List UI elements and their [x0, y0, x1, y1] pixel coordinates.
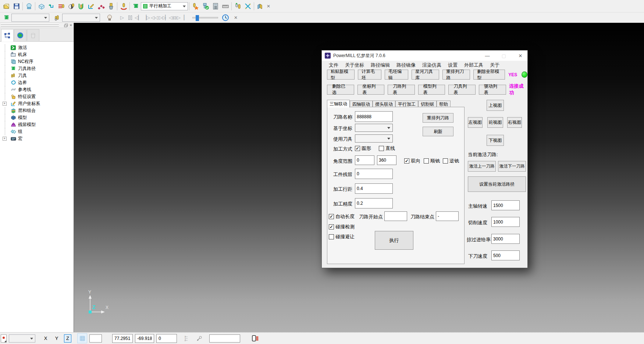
view-right-button[interactable]: 右视图: [507, 117, 522, 128]
component-library-icon[interactable]: [255, 1, 265, 11]
play-button[interactable]: [118, 14, 126, 22]
block-edit-button[interactable]: 毛坯编辑: [385, 70, 408, 80]
calc-block-button[interactable]: 计算毛坯: [358, 70, 381, 80]
axis-x-button[interactable]: X: [42, 334, 49, 343]
plunge-speed-input[interactable]: [491, 250, 520, 260]
tool-list-button[interactable]: 刀具列表: [448, 85, 476, 95]
toolpath-ribbon-icon[interactable]: [1, 13, 11, 22]
end-point-input[interactable]: [436, 211, 459, 221]
tree-item-stock-models[interactable]: 残留模型: [2, 121, 74, 128]
probe-point-indicator[interactable]: [1, 334, 7, 343]
tree-item-activate[interactable]: 激活: [2, 44, 74, 51]
rearrange-button[interactable]: 重排列刀路: [423, 113, 453, 123]
tree-item-feature-sets[interactable]: 特征设置: [2, 93, 74, 100]
set-active-path-button[interactable]: 设置当前激活路径: [468, 176, 526, 192]
start-point-input[interactable]: [384, 211, 407, 221]
menu-path-edit[interactable]: 路径编辑: [367, 62, 393, 69]
go-to-end-button[interactable]: [175, 14, 183, 22]
calculator-icon[interactable]: [210, 1, 220, 11]
panel-close-icon[interactable]: ✕: [70, 23, 72, 27]
sim-tool-combobox[interactable]: [62, 14, 100, 22]
menu-external-tools[interactable]: 外部工具: [461, 62, 487, 69]
auto-length-checkbox[interactable]: 自动长度: [329, 213, 355, 220]
tab-explorer[interactable]: [1, 29, 14, 42]
rapid-feed-input[interactable]: [491, 234, 520, 244]
step-forward-button[interactable]: [142, 14, 150, 22]
axis-z-button[interactable]: Z: [64, 334, 71, 343]
tool-library-button[interactable]: 星河刀具库: [412, 70, 439, 80]
clipboard-flip-icon[interactable]: [250, 333, 260, 343]
sim-toolbar-close-icon[interactable]: [232, 14, 239, 21]
sim-toolpath-combobox[interactable]: [11, 14, 49, 22]
menu-path-mirror[interactable]: 路径镜像: [393, 62, 419, 69]
toolpath-name-input[interactable]: [355, 111, 393, 122]
view-left-button[interactable]: 左视图: [468, 117, 483, 128]
menu-about[interactable]: 关于: [487, 62, 503, 69]
toolpath-strategy-combobox[interactable]: 平行精加工: [141, 2, 188, 10]
tree-item-workplanes[interactable]: +用户坐标系: [2, 100, 74, 107]
tool-holder-icon[interactable]: [106, 1, 116, 11]
tree-item-nc-program[interactable]: NC程序: [2, 58, 74, 65]
delete-all-models-button[interactable]: 删除全部模型: [473, 70, 505, 80]
stepover-input[interactable]: [355, 183, 393, 194]
ruler-icon[interactable]: [220, 1, 230, 11]
expander-icon[interactable]: +: [3, 102, 7, 106]
expander-icon[interactable]: +: [3, 137, 7, 141]
xyz-readout-icon[interactable]: X—Y—Z—: [182, 333, 192, 343]
menu-settings[interactable]: 设置: [445, 62, 461, 69]
sim-tool-icon[interactable]: [52, 13, 62, 22]
close-button[interactable]: ✕: [513, 50, 527, 61]
climb-checkbox[interactable]: 顺铣: [424, 158, 440, 164]
collision-check-checkbox[interactable]: 碰撞检测: [329, 224, 355, 230]
maximize-button[interactable]: ▢: [497, 50, 511, 61]
sim-speed-slider[interactable]: [192, 17, 218, 18]
view-front-button[interactable]: 前视图: [487, 117, 503, 128]
collision-avoid-checkbox[interactable]: 碰撞避让: [329, 234, 355, 240]
tool-star-icon[interactable]: [191, 1, 200, 11]
stock-input[interactable]: [355, 169, 393, 179]
toolpath-list-button[interactable]: 刀路列表: [388, 85, 415, 95]
angle-from-input[interactable]: [355, 155, 374, 165]
print-icon[interactable]: [24, 1, 34, 11]
checkbox-checked[interactable]: [329, 214, 334, 219]
activate-next-toolpath-button[interactable]: 激活下一刀路: [498, 161, 526, 172]
based-coord-combobox[interactable]: [355, 124, 393, 132]
locate-compass-icon[interactable]: [194, 333, 204, 343]
workplane-combobox[interactable]: [9, 334, 35, 343]
tree-item-groups[interactable]: 组: [2, 128, 74, 135]
menu-coords[interactable]: 关于坐标: [342, 62, 367, 69]
rapid-moves-icon[interactable]: [46, 1, 56, 11]
minimize-button[interactable]: —: [480, 50, 494, 61]
delete-selected-button[interactable]: 删除已选: [327, 85, 354, 95]
cross-arrows-icon[interactable]: [243, 1, 253, 11]
axis-y-button[interactable]: Y: [53, 334, 60, 343]
clock-icon[interactable]: [220, 13, 230, 22]
ball-tool-icon[interactable]: [66, 1, 76, 11]
leads-links-icon[interactable]: [76, 1, 86, 11]
block-model-icon[interactable]: [36, 1, 46, 11]
tree-item-toolpaths[interactable]: 刀具路径: [2, 65, 74, 72]
step-back-button[interactable]: [134, 14, 142, 22]
pause-button[interactable]: [126, 14, 134, 22]
bidirectional-checkbox[interactable]: 双向: [404, 158, 420, 164]
checkbox-checked[interactable]: [404, 158, 409, 164]
cutting-speed-input[interactable]: [491, 217, 520, 227]
conventional-checkbox[interactable]: 逆铣: [443, 158, 459, 164]
tree-item-patterns[interactable]: 参考线: [2, 86, 74, 93]
refresh-button[interactable]: 刷新: [423, 127, 453, 136]
cursor-x-field[interactable]: [112, 334, 133, 343]
checkbox-unchecked[interactable]: [379, 146, 384, 151]
tree-item-machine[interactable]: 机床: [2, 51, 74, 58]
method-line-checkbox[interactable]: 直线: [379, 145, 395, 152]
slider-handle[interactable]: [196, 15, 199, 21]
tree-item-levels[interactable]: 层和组合: [2, 107, 74, 114]
tab-trash[interactable]: [27, 29, 39, 41]
dialog-titlebar[interactable]: PowerMILL 忆梦星河 7.0.6 — ▢ ✕: [322, 50, 527, 61]
checkbox-unchecked[interactable]: [424, 158, 429, 164]
float-panel-icon[interactable]: [64, 24, 68, 27]
active-toolpath-icon[interactable]: [131, 1, 141, 11]
toolpath-edit-icon[interactable]: [56, 1, 66, 11]
cursor-z-field[interactable]: [156, 334, 177, 343]
tab-3axis[interactable]: 三轴联动: [327, 100, 350, 108]
tab-world[interactable]: [14, 29, 26, 41]
